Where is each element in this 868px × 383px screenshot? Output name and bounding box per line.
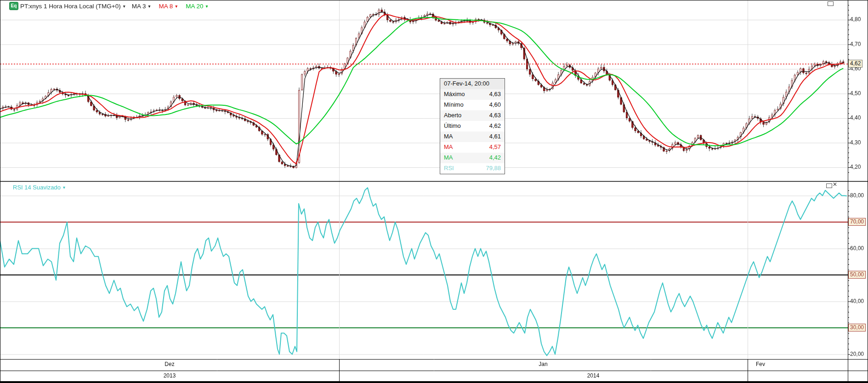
rsi-axis-label: 60,00 — [850, 245, 864, 252]
year-label: 2014 — [587, 372, 600, 379]
chevron-down-icon: ▾ — [206, 4, 208, 9]
indicator-rsi[interactable]: RSI 14 Suavizado▾ — [13, 184, 65, 191]
indicator-ma3[interactable]: MA 3▾ — [132, 3, 151, 10]
tooltip-row: Aberto4,63 — [440, 110, 505, 121]
rsi-level-tag: 50,00 — [848, 271, 866, 279]
tooltip-row-value: 4,62 — [489, 122, 501, 130]
indicator-ma8[interactable]: MA 8▾ — [159, 3, 178, 10]
tooltip-row-value: 4,61 — [489, 133, 501, 141]
data-tooltip: 07-Fev-14, 20:00 Máximo4,63 Mínimo4,60 A… — [440, 78, 505, 174]
tooltip-row-label: Aberto — [444, 112, 461, 120]
indicator-label: MA 20 — [186, 3, 203, 10]
tooltip-row-value: 79,88 — [486, 165, 501, 172]
indicator-ma20[interactable]: MA 20▾ — [186, 3, 208, 10]
month-label: Dez — [165, 361, 174, 367]
year-label: 2013 — [164, 372, 176, 379]
price-axis-label: 4,40 — [850, 114, 861, 121]
tooltip-row-value: 4,42 — [489, 154, 501, 162]
tooltip-row-label: RSI — [444, 165, 454, 172]
price-axis-label: 4,80 — [850, 16, 861, 23]
rsi-axis-label: 40,00 — [850, 298, 864, 304]
month-label: Jan — [539, 361, 547, 367]
indicator-label: RSI 14 Suavizado — [13, 184, 61, 191]
rsi-axis-label: 20,00 — [850, 351, 864, 357]
tooltip-row-label: Último — [444, 122, 461, 130]
tooltip-row-label: Máximo — [444, 91, 465, 98]
tooltip-row-value: 4,63 — [489, 91, 501, 98]
tooltip-row-label: MA — [444, 143, 453, 151]
chevron-down-icon: ▾ — [63, 185, 65, 190]
tooltip-row-label: Mínimo — [444, 101, 464, 109]
price-axis-label: 4,20 — [850, 164, 861, 170]
rsi-level-tag: 30,00 — [848, 324, 866, 332]
chart-window: Eq PT:xnys 1 Hora Hora Local (TMG+0)▾ MA… — [0, 0, 868, 383]
close-icon[interactable]: ✕ — [833, 182, 837, 187]
price-axis-label: 4,50 — [850, 90, 861, 97]
rsi-axis-label: 80,00 — [850, 192, 864, 199]
tooltip-row: Mínimo4,60 — [440, 100, 505, 110]
rsi-level-tag: 70,00 — [848, 218, 866, 226]
indicator-label: MA 3 — [132, 3, 146, 10]
current-price-tag: 4,62 — [848, 60, 862, 68]
tooltip-row: Último4,62 — [440, 121, 505, 131]
tooltip-row-value: 4,63 — [489, 112, 501, 120]
indicator-label: MA 8 — [159, 3, 173, 10]
equity-badge: Eq — [9, 2, 18, 10]
tooltip-title: 07-Fev-14, 20:00 — [440, 79, 505, 89]
chart-header: Eq PT:xnys 1 Hora Hora Local (TMG+0)▾ MA… — [9, 2, 208, 10]
symbol-title: PT:xnys 1 Hora Hora Local (TMG+0) — [20, 3, 121, 10]
price-axis-label: 4,70 — [850, 41, 861, 47]
tooltip-row-value: 4,57 — [489, 143, 501, 151]
chevron-down-icon: ▾ — [123, 4, 125, 9]
maximize-icon[interactable] — [826, 183, 832, 188]
chevron-down-icon: ▾ — [148, 4, 151, 9]
maximize-icon[interactable] — [828, 1, 834, 6]
tooltip-row: Máximo4,63 — [440, 89, 505, 100]
month-label: Fev — [756, 361, 765, 367]
tooltip-row: RSI79,88 — [440, 163, 505, 174]
tooltip-row-label: MA — [444, 154, 453, 162]
chart-canvas[interactable] — [0, 0, 868, 383]
tooltip-row: MA4,57 — [440, 142, 505, 153]
symbol-selector[interactable]: PT:xnys 1 Hora Hora Local (TMG+0)▾ — [20, 3, 125, 10]
chevron-down-icon: ▾ — [175, 4, 177, 9]
tooltip-row: MA4,42 — [440, 153, 505, 163]
price-axis-label: 4,30 — [850, 139, 861, 146]
tooltip-row: MA4,61 — [440, 131, 505, 142]
tooltip-row-label: MA — [444, 133, 453, 141]
tooltip-row-value: 4,60 — [489, 101, 501, 109]
